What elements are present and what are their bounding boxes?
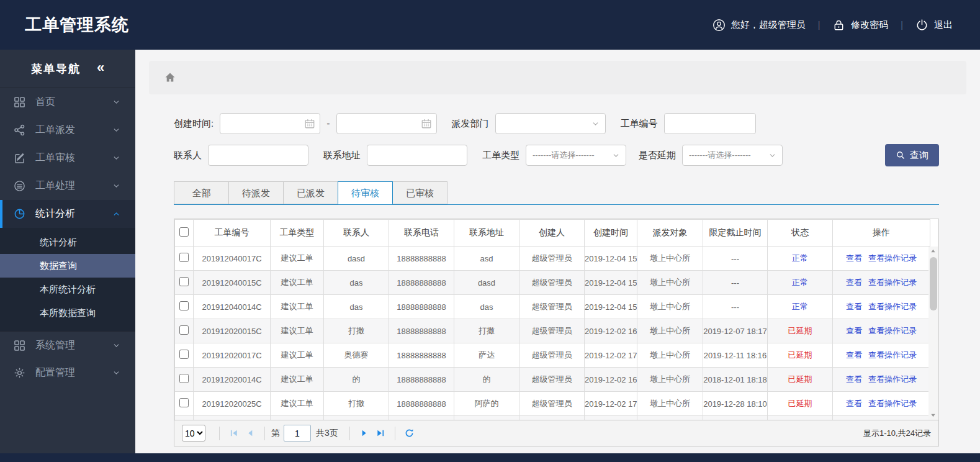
phone-cell: 18888888888	[389, 271, 454, 295]
view-link[interactable]: 查看	[846, 302, 862, 311]
sidebar-item[interactable]: 工单处理	[0, 172, 135, 200]
sidebar-header: 菜单导航 «	[0, 50, 135, 88]
empty-cell	[585, 416, 637, 420]
view-link[interactable]: 查看	[846, 253, 862, 263]
user-greeting[interactable]: 您好，超级管理员	[713, 19, 806, 32]
status-cell: 已延期	[768, 319, 833, 343]
view-link[interactable]: 查看	[846, 350, 862, 360]
empty-cell	[833, 416, 930, 420]
order-type-placeholder: -------请选择-------	[533, 150, 595, 161]
view-log-link[interactable]: 查看操作记录	[868, 302, 917, 311]
calendar-icon[interactable]	[304, 118, 315, 129]
table-scrollbar[interactable]	[928, 247, 938, 420]
search-button-label: 查询	[910, 150, 928, 161]
order-type-cell: 建议工单	[271, 271, 324, 295]
sidebar-subitem[interactable]: 统计分析	[0, 230, 135, 254]
row-checkbox[interactable]	[179, 398, 189, 407]
column-header: 工单类型	[271, 220, 324, 247]
tab[interactable]: 已审核	[392, 181, 447, 204]
first-page-button[interactable]	[226, 425, 242, 442]
view-link[interactable]: 查看	[846, 326, 862, 335]
order-no-input[interactable]	[664, 113, 756, 134]
column-header: 创建时间	[585, 220, 637, 247]
divider	[349, 427, 350, 440]
address-cell: asd	[454, 247, 519, 271]
empty-cell	[324, 416, 389, 420]
home-icon[interactable]	[164, 71, 176, 84]
select-all-checkbox[interactable]	[179, 227, 189, 237]
view-log-link[interactable]: 查看操作记录	[868, 399, 917, 408]
search-button[interactable]: 查询	[885, 144, 939, 166]
tab[interactable]: 待派发	[228, 181, 284, 204]
prev-page-button[interactable]	[242, 425, 258, 442]
contact-cell: 打撒	[324, 392, 389, 416]
calendar-icon[interactable]	[421, 118, 432, 129]
row-checkbox[interactable]	[179, 325, 189, 335]
sidebar-subitem[interactable]: 本所统计分析	[0, 278, 135, 301]
scrollbar-thumb[interactable]	[930, 257, 937, 310]
chevron-down-icon	[768, 152, 776, 160]
scroll-up-icon[interactable]	[928, 247, 938, 256]
view-log-link[interactable]: 查看操作记录	[868, 374, 917, 384]
chevron-down-icon	[112, 182, 120, 190]
phone-cell: 18888888888	[389, 392, 454, 416]
sidebar-item[interactable]: 统计分析	[0, 200, 135, 228]
page-size-select[interactable]: 10	[182, 425, 205, 442]
phone-cell: 18888888888	[389, 319, 454, 343]
contact-label: 联系人	[174, 150, 202, 161]
top-bar-right: 您好，超级管理员 | 修改密码 | 退出	[713, 19, 953, 32]
tab[interactable]: 待审核	[338, 181, 393, 204]
deadline-cell: 2018-12-01 18:18	[703, 368, 768, 392]
logout-button[interactable]: 退出	[915, 19, 953, 32]
view-log-link[interactable]: 查看操作记录	[868, 326, 917, 335]
order-no-cell: 201912040017C	[194, 247, 271, 271]
sidebar-collapse-button[interactable]: «	[97, 61, 104, 75]
row-checkbox[interactable]	[179, 301, 189, 310]
contact-address-input[interactable]	[367, 145, 467, 166]
next-page-button[interactable]	[356, 425, 372, 442]
view-link[interactable]: 查看	[846, 399, 862, 408]
contact-input[interactable]	[208, 145, 308, 166]
address-cell: dasd	[454, 271, 519, 295]
date-range-separator: -	[326, 118, 330, 129]
sidebar-item[interactable]: 首页	[0, 88, 135, 116]
row-checkbox-cell	[175, 247, 194, 271]
sidebar-item[interactable]: 配置管理	[0, 359, 135, 387]
row-checkbox[interactable]	[179, 253, 189, 262]
chevron-up-icon	[112, 210, 120, 218]
order-type-cell: 建议工单	[271, 368, 324, 392]
sidebar-item[interactable]: 工单审核	[0, 144, 135, 172]
sidebar-item[interactable]: 系统管理	[0, 331, 135, 359]
sidebar-item[interactable]: 工单派发	[0, 116, 135, 144]
created-time-cell: 2019-12-02 16	[585, 368, 637, 392]
is-delayed-select[interactable]: -------请选择-------	[682, 145, 783, 166]
dispatch-dept-select[interactable]	[495, 113, 606, 134]
order-type-select[interactable]: -------请选择-------	[526, 145, 626, 166]
actions-cell: 查看查看操作记录	[833, 295, 930, 319]
last-page-button[interactable]	[372, 425, 389, 442]
sidebar-subitem[interactable]: 数据查询	[0, 254, 135, 278]
creator-cell: 超级管理员	[519, 319, 585, 343]
tab[interactable]: 已派发	[283, 181, 338, 204]
view-log-link[interactable]: 查看操作记录	[868, 253, 917, 263]
change-password-button[interactable]: 修改密码	[832, 19, 888, 32]
table-row: 201912040017C建议工单dasd18888888888asd超级管理员…	[175, 247, 939, 271]
tab[interactable]: 全部	[174, 181, 229, 204]
view-log-link[interactable]: 查看操作记录	[868, 350, 917, 360]
order-no-cell: 201912020015C	[194, 319, 271, 343]
row-checkbox[interactable]	[179, 374, 189, 383]
page-number-input[interactable]	[284, 425, 311, 442]
view-log-link[interactable]: 查看操作记录	[868, 278, 917, 287]
address-cell: 阿萨的	[454, 392, 519, 416]
view-link[interactable]: 查看	[846, 374, 862, 384]
view-link[interactable]: 查看	[846, 278, 862, 287]
row-checkbox[interactable]	[179, 350, 189, 359]
scroll-down-icon[interactable]	[928, 410, 938, 420]
row-checkbox[interactable]	[179, 277, 189, 286]
order-no-cell: 201912040014C	[194, 295, 271, 319]
filter-row-1: 创建时间: - 派发部门	[174, 113, 939, 134]
status-cell: 正常	[768, 247, 833, 271]
dispatch-target-cell: 墩上中心所	[637, 392, 703, 416]
refresh-button[interactable]	[402, 425, 418, 442]
sidebar-subitem[interactable]: 本所数据查询	[0, 301, 135, 325]
